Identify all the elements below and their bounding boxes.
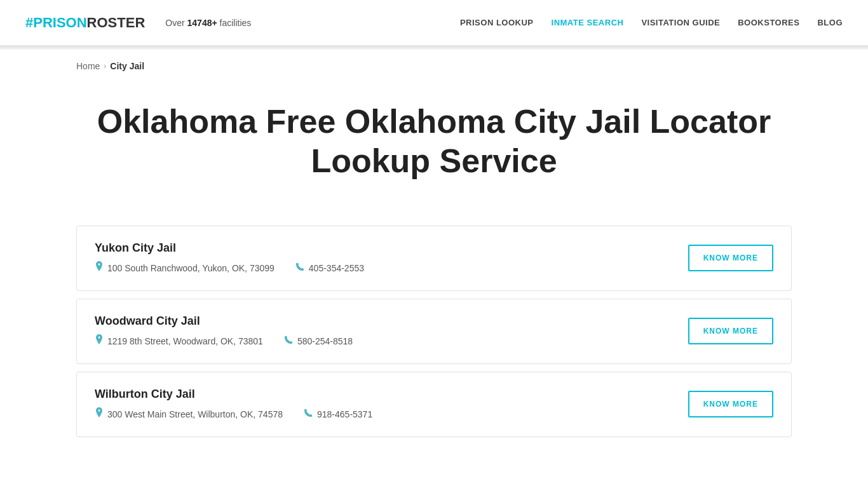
breadcrumb-chevron-icon: › [104, 62, 106, 71]
nav-inmate-search[interactable]: INMATE SEARCH [552, 18, 624, 27]
phone-text: 405-354-2553 [309, 263, 364, 273]
site-logo[interactable]: #PRISONROSTER [25, 15, 145, 31]
page-title: Oklahoma Free Oklahoma City Jail Locator… [76, 95, 792, 200]
phone-text: 580-254-8518 [297, 336, 353, 346]
breadcrumb-home[interactable]: Home [76, 61, 100, 71]
logo-roster: ROSTER [87, 15, 146, 31]
logo-prison: PRISON [33, 15, 86, 31]
pin-icon [95, 334, 104, 348]
address-text: 1219 8th Street, Woodward, OK, 73801 [107, 336, 263, 346]
facility-info: Yukon City Jail 100 South Ranchwood, Yuk… [95, 241, 688, 275]
nav-blog[interactable]: BLOG [817, 18, 843, 27]
phone-icon [283, 335, 294, 348]
nav-bookstores[interactable]: BOOKSTORES [738, 18, 799, 27]
facilities-count-text: Over 14748+ facilities [165, 18, 251, 28]
facility-address: 300 West Main Street, Wilburton, OK, 745… [95, 407, 283, 421]
facility-name: Woodward City Jail [95, 315, 688, 328]
facility-name: Wilburton City Jail [95, 388, 688, 401]
facility-card: Yukon City Jail 100 South Ranchwood, Yuk… [76, 226, 792, 291]
facility-info: Woodward City Jail 1219 8th Street, Wood… [95, 315, 688, 348]
facility-card: Woodward City Jail 1219 8th Street, Wood… [76, 299, 792, 364]
facilities-suffix: facilities [217, 18, 252, 28]
facility-list: Yukon City Jail 100 South Ranchwood, Yuk… [76, 226, 792, 437]
facility-phone: 918-465-5371 [303, 408, 372, 421]
phone-icon [303, 408, 313, 421]
facility-name: Yukon City Jail [95, 241, 688, 255]
nav-visitation-guide[interactable]: VISITATION GUIDE [641, 18, 720, 27]
facility-card: Wilburton City Jail 300 West Main Street… [76, 372, 792, 437]
know-more-button[interactable]: KNOW MORE [688, 391, 773, 417]
facility-details: 100 South Ranchwood, Yukon, OK, 73099 40… [95, 261, 688, 275]
know-more-button[interactable]: KNOW MORE [688, 245, 773, 271]
facilities-number: 14748+ [187, 18, 217, 28]
facilities-prefix: Over [165, 18, 187, 28]
pin-icon [95, 261, 104, 275]
pin-icon [95, 407, 104, 421]
main-content: Oklahoma Free Oklahoma City Jail Locator… [0, 83, 868, 463]
address-text: 100 South Ranchwood, Yukon, OK, 73099 [107, 263, 275, 273]
main-nav: PRISON LOOKUP INMATE SEARCH VISITATION G… [460, 18, 843, 27]
facility-info: Wilburton City Jail 300 West Main Street… [95, 388, 688, 421]
address-text: 300 West Main Street, Wilburton, OK, 745… [107, 409, 283, 419]
logo-hash: # [25, 15, 33, 31]
breadcrumb: Home › City Jail [0, 50, 868, 83]
facility-details: 300 West Main Street, Wilburton, OK, 745… [95, 407, 688, 421]
know-more-button[interactable]: KNOW MORE [688, 318, 773, 344]
nav-prison-lookup[interactable]: PRISON LOOKUP [460, 18, 534, 27]
site-header: #PRISONROSTER Over 14748+ facilities PRI… [0, 0, 868, 46]
phone-text: 918-465-5371 [317, 409, 372, 419]
breadcrumb-current: City Jail [110, 61, 144, 71]
facility-address: 100 South Ranchwood, Yukon, OK, 73099 [95, 261, 275, 275]
phone-icon [295, 262, 305, 274]
facility-address: 1219 8th Street, Woodward, OK, 73801 [95, 334, 263, 348]
facility-details: 1219 8th Street, Woodward, OK, 73801 580… [95, 334, 688, 348]
facility-phone: 405-354-2553 [295, 262, 364, 274]
facility-phone: 580-254-8518 [283, 335, 353, 348]
